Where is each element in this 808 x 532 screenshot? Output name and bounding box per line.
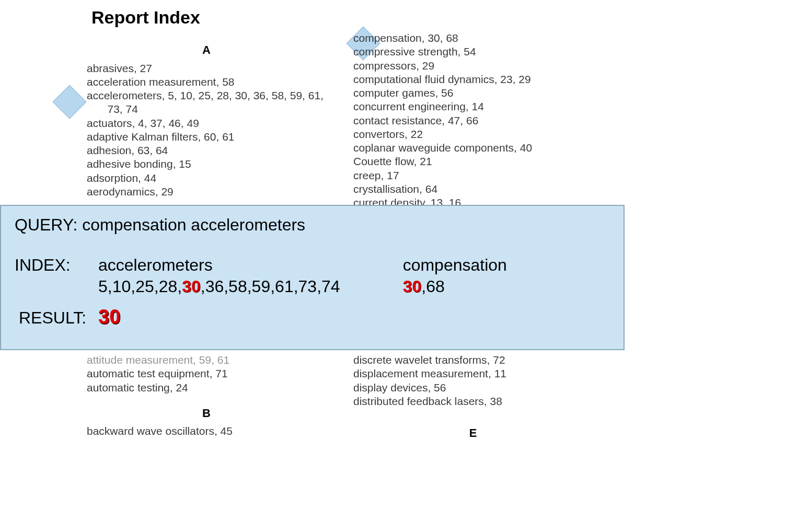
page-root: Report Index A abrasives, 27 acceleratio… (0, 0, 808, 532)
index-entry: automatic test equipment, 71 (87, 367, 326, 380)
index-entry: acceleration measurement, 58 (87, 75, 326, 89)
section-letter: A (87, 43, 326, 57)
overlay-query-text: compensation accelerometers (82, 215, 305, 234)
marker-diamond-icon (52, 85, 86, 119)
index-entry: displacement measurement, 11 (353, 367, 593, 380)
overlay-term-accelerometers: accelerometers 5,10,25,28,30,36,58,59,61… (98, 256, 340, 296)
index-entry: aerodynamics, 29 (87, 185, 326, 199)
overlay-index-label: INDEX: (15, 256, 98, 275)
index-entry: creep, 17 (353, 169, 593, 182)
overlay-result-label: RESULT: (19, 308, 86, 327)
index-entry: contact resistance, 47, 66 (353, 114, 593, 128)
index-entry: display devices, 56 (353, 381, 593, 395)
overlay-highlight-30: 30 (403, 277, 422, 296)
overlay-term-nums: 30,68 (403, 277, 507, 296)
index-entry: adsorption, 44 (87, 171, 326, 185)
overlay-query-row: QUERY: compensation accelerometers (15, 215, 610, 235)
index-entry: compensation, 30, 68 (353, 31, 593, 45)
index-entry: discrete wavelet transforms, 72 (353, 353, 593, 367)
index-entry: accelerometers, 5, 10, 25, 28, 30, 36, 5… (87, 89, 326, 117)
index-entry-obscured: attitude measurement, 59, 61 (87, 353, 326, 367)
index-entry: automatic testing, 24 (87, 381, 326, 395)
page-title: Report Index (91, 7, 200, 28)
index-entry: abrasives, 27 (87, 62, 326, 75)
section-letter: B (87, 406, 326, 421)
section-letter: E (353, 426, 593, 441)
index-entry: backward wave oscillators, 45 (87, 424, 326, 438)
index-entry: adhesive bonding, 15 (87, 157, 326, 171)
query-overlay-panel: QUERY: compensation accelerometers INDEX… (0, 205, 625, 350)
overlay-result-row: RESULT: 30 (15, 306, 610, 328)
index-columns-top: A abrasives, 27 acceleration measurement… (84, 31, 596, 210)
overlay-num-seg: ,36,58,59,61,73,74 (201, 277, 340, 296)
index-entry: compressors, 29 (353, 59, 593, 73)
index-column-right-bottom: discrete wavelet transforms, 72 displace… (350, 353, 596, 445)
index-entry: crystallisation, 64 (353, 182, 593, 196)
overlay-num-seg: 5,10,25,28, (98, 277, 182, 296)
index-entry: distributed feedback lasers, 38 (353, 395, 593, 408)
index-entry: computer games, 56 (353, 86, 593, 100)
overlay-term-compensation: compensation 30,68 (403, 256, 507, 296)
index-entry: computational fluid dynamics, 23, 29 (353, 73, 593, 86)
overlay-index-body: accelerometers 5,10,25,28,30,36,58,59,61… (98, 256, 610, 296)
index-entry: compressive strength, 54 (353, 45, 593, 59)
index-column-right: compensation, 30, 68 compressive strengt… (350, 31, 596, 210)
index-column-left-bottom: attitude measurement, 59, 61 automatic t… (84, 353, 329, 445)
overlay-term-nums: 5,10,25,28,30,36,58,59,61,73,74 (98, 277, 340, 296)
index-entry: actuators, 4, 37, 46, 49 (87, 117, 326, 130)
index-entry: adaptive Kalman filters, 60, 61 (87, 130, 326, 144)
index-entry: concurrent engineering, 14 (353, 100, 593, 113)
index-entry: coplanar waveguide components, 40 (353, 141, 593, 155)
index-entry: Couette flow, 21 (353, 155, 593, 168)
index-columns-bottom: attitude measurement, 59, 61 automatic t… (84, 353, 596, 445)
overlay-result-value: 30 (98, 306, 120, 328)
overlay-index-row: INDEX: accelerometers 5,10,25,28,30,36,5… (15, 256, 610, 296)
index-column-left: A abrasives, 27 acceleration measurement… (84, 31, 329, 210)
overlay-term-head: accelerometers (98, 256, 340, 275)
overlay-num-seg: ,68 (421, 277, 444, 296)
index-entry: convertors, 22 (353, 128, 593, 141)
overlay-term-head: compensation (403, 256, 507, 275)
overlay-highlight-30: 30 (182, 277, 201, 296)
overlay-query-label: QUERY: (15, 215, 77, 234)
index-entry: adhesion, 63, 64 (87, 144, 326, 157)
